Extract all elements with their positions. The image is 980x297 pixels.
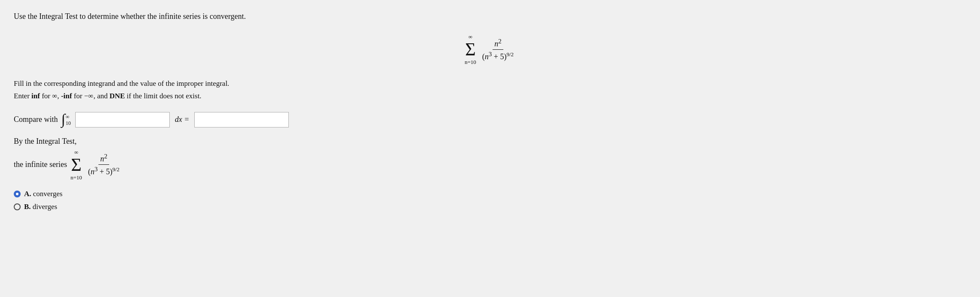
integrand-input[interactable] [75, 112, 170, 127]
option-b[interactable]: B. diverges [14, 203, 966, 211]
compare-row: Compare with ∫ ∞ 10 dx = [14, 112, 966, 127]
option-a[interactable]: A. converges [14, 190, 966, 198]
integral-value-input[interactable] [194, 112, 289, 127]
problem-statement: Use the Integral Test to determine wheth… [14, 12, 966, 21]
series-fraction-conclusion: n2 (n3 + 5)9/2 [86, 153, 121, 176]
compare-label: Compare with [14, 115, 58, 124]
sigma-block-main: ∞ Σ n=10 [465, 34, 476, 65]
series-denominator-conclusion: (n3 + 5)9/2 [86, 165, 121, 176]
instruction-line2: Enter inf for ∞, -inf for −∞, and DNE if… [14, 90, 966, 103]
sigma-sup-main: ∞ [469, 34, 472, 39]
sigma-block-conclusion: ∞ Σ n=10 [70, 149, 82, 180]
series-display: ∞ Σ n=10 n2 (n3 + 5)9/2 [14, 34, 966, 65]
series-fraction-main: n2 (n3 + 5)9/2 [481, 38, 515, 61]
instruction-line1: Fill in the corresponding integrand and … [14, 78, 966, 90]
option-b-label: B. diverges [24, 203, 57, 211]
instructions-block: Fill in the corresponding integrand and … [14, 78, 966, 103]
integral-sign: ∫ [61, 113, 65, 126]
options-list: A. converges B. diverges [14, 190, 966, 211]
sigma-sup-conclusion: ∞ [74, 149, 78, 155]
sigma-sub-conclusion: n=10 [70, 175, 82, 180]
series-numerator-main: n2 [493, 38, 503, 50]
integral-test-label: By the Integral Test, [14, 137, 77, 145]
option-a-label: A. converges [24, 190, 62, 198]
radio-a[interactable] [14, 191, 21, 197]
series-conclusion-row: the infinite series ∞ Σ n=10 n2 (n3 + 5)… [14, 149, 966, 180]
sigma-sub-main: n=10 [465, 59, 476, 65]
series-math: ∞ Σ n=10 n2 (n3 + 5)9/2 [465, 34, 515, 65]
radio-b[interactable] [14, 203, 21, 210]
series-math-conclusion: ∞ Σ n=10 n2 (n3 + 5)9/2 [70, 149, 121, 180]
sigma-symbol-conclusion: Σ [71, 156, 81, 174]
integral-sup: ∞ [66, 114, 71, 120]
integral-test-line: By the Integral Test, [14, 137, 966, 146]
integral-sub: 10 [66, 120, 71, 126]
series-denominator-main: (n3 + 5)9/2 [481, 50, 515, 61]
series-prefix-label: the infinite series [14, 160, 67, 169]
integral-limits: ∞ 10 [66, 114, 71, 126]
series-numerator-conclusion: n2 [98, 153, 109, 165]
problem-text: Use the Integral Test to determine wheth… [14, 12, 246, 21]
dx-label: dx = [175, 115, 190, 124]
sigma-symbol-main: Σ [465, 40, 475, 58]
integral-notation: ∫ ∞ 10 [61, 113, 70, 126]
